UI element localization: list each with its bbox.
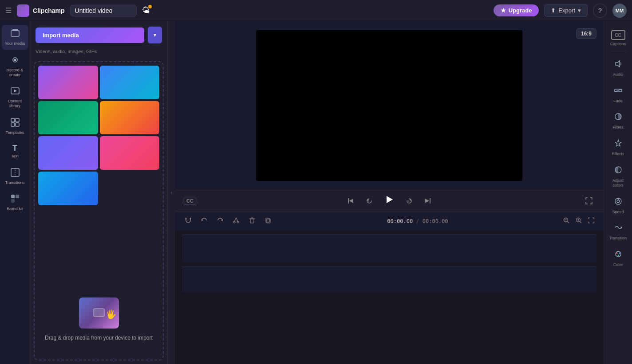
app-logo[interactable]: Clipchamp [17, 4, 65, 17]
left-sidebar: Your media Record & create Content libra… [0, 21, 30, 364]
captions-button[interactable]: CC [184, 197, 196, 205]
export-button[interactable]: ⬆ Export ▾ [544, 4, 588, 17]
help-icon: ? [598, 7, 602, 14]
svg-rect-1 [12, 29, 18, 31]
timeline-area[interactable] [175, 231, 604, 364]
right-tool-speed[interactable]: Speed [605, 193, 631, 218]
media-thumbnail[interactable] [38, 101, 98, 135]
svg-point-57 [619, 253, 620, 254]
audio-icon [614, 59, 623, 70]
right-tool-filters[interactable]: Filters [605, 109, 631, 133]
right-sidebar-divider [610, 53, 626, 53]
magnet-tool-button[interactable] [182, 215, 194, 227]
media-thumbnail[interactable] [100, 136, 160, 170]
templates-label: Templates [6, 130, 24, 135]
menu-icon[interactable]: ☰ [5, 6, 12, 15]
skip-to-end-button[interactable] [422, 195, 434, 207]
video-title-input[interactable] [70, 5, 137, 16]
forward-5-button[interactable]: 5 [403, 195, 415, 207]
your-media-label: Your media [5, 41, 25, 46]
aspect-ratio-badge[interactable]: 16:9 [576, 28, 596, 39]
total-time: 00:00.00 [423, 218, 448, 224]
zoom-out-button[interactable] [561, 215, 572, 227]
svg-line-33 [236, 218, 238, 222]
color-icon [614, 250, 623, 261]
media-thumbnail[interactable] [100, 66, 160, 99]
transition-icon [614, 223, 623, 234]
help-button[interactable]: ? [593, 4, 607, 18]
svg-rect-6 [11, 118, 15, 122]
sidebar-item-transitions[interactable]: Transitions [2, 164, 28, 189]
play-button[interactable] [382, 192, 396, 209]
redo-button[interactable] [214, 215, 226, 227]
weather-widget[interactable]: 🌤 [142, 6, 150, 15]
avatar-button[interactable]: MM [612, 4, 627, 18]
right-tool-color[interactable]: Color [605, 246, 631, 271]
right-tool-audio[interactable]: Audio [605, 56, 631, 81]
right-tool-transition[interactable]: Transition [605, 219, 631, 244]
sidebar-item-record[interactable]: Record & create [2, 51, 28, 81]
svg-line-43 [580, 222, 582, 223]
app-name: Clipchamp [33, 7, 65, 14]
svg-rect-7 [16, 118, 19, 122]
undo-button[interactable] [198, 215, 210, 227]
right-tool-captions[interactable]: CC Captions [605, 27, 631, 50]
svg-rect-17 [348, 198, 349, 204]
svg-point-52 [617, 200, 620, 203]
cut-button[interactable] [230, 215, 242, 227]
svg-point-58 [617, 255, 619, 256]
export-chevron-icon: ▾ [578, 7, 581, 14]
media-thumbnail[interactable] [38, 136, 98, 170]
export-arrow-icon: ⬆ [551, 7, 556, 14]
media-grid-container[interactable]: Drag & drop media from your device to im… [30, 58, 167, 364]
timeline-track-lower[interactable] [182, 266, 596, 293]
sidebar-item-text[interactable]: T Text [2, 141, 28, 162]
right-tool-effects[interactable]: Effects [605, 135, 631, 160]
zoom-expand-button[interactable] [586, 215, 596, 227]
text-label: Text [11, 154, 19, 159]
upgrade-button[interactable]: ★ Upgrade [494, 4, 539, 16]
svg-text:5: 5 [408, 200, 409, 203]
svg-rect-9 [16, 123, 19, 126]
filters-icon [614, 112, 623, 123]
right-tool-fade[interactable]: Fade [605, 82, 631, 107]
collapse-icon: ‹ [171, 190, 172, 195]
svg-rect-13 [16, 195, 19, 198]
import-chevron-button[interactable]: ▾ [148, 27, 162, 43]
media-grid [35, 62, 163, 209]
fullscreen-button[interactable] [583, 195, 595, 207]
sidebar-item-content-library[interactable]: Content library [2, 82, 28, 112]
timeline-track-main[interactable] [182, 234, 596, 262]
svg-marker-21 [387, 196, 393, 203]
media-types-label: Videos, audio, images, GIFs [30, 49, 167, 58]
svg-line-32 [234, 218, 236, 222]
drop-area[interactable]: Drag & drop media from your device to im… [35, 209, 163, 360]
panel-collapse-button[interactable]: ‹ [168, 21, 175, 364]
zoom-fit-button[interactable] [573, 215, 584, 227]
audio-label: Audio [613, 72, 623, 77]
upgrade-label: Upgrade [509, 7, 532, 14]
back-5-button[interactable]: 5 [363, 195, 375, 207]
transitions-icon [10, 168, 20, 179]
skip-to-start-button[interactable] [345, 195, 356, 207]
captions-label: Captions [610, 42, 626, 47]
media-thumbnail[interactable] [100, 101, 160, 135]
drop-zone[interactable]: Drag & drop media from your device to im… [34, 61, 164, 360]
media-thumbnail[interactable] [38, 66, 98, 99]
right-tool-adjust-colors[interactable]: Adjust colors [605, 162, 631, 192]
svg-marker-5 [14, 90, 17, 92]
adjust-colors-icon [614, 165, 623, 176]
sidebar-item-your-media[interactable]: Your media [2, 25, 28, 50]
current-time: 00:00.00 [387, 218, 413, 224]
copy-to-timeline-button[interactable] [262, 215, 274, 227]
delete-button[interactable] [246, 215, 258, 227]
sidebar-item-brand-kit[interactable]: Brand kit [2, 190, 28, 215]
text-icon: T [12, 144, 17, 152]
media-thumbnail[interactable] [38, 172, 98, 205]
sidebar-item-templates[interactable]: Templates [2, 114, 28, 139]
import-media-button[interactable]: Import media [36, 27, 144, 43]
upgrade-star-icon: ★ [501, 7, 506, 14]
record-label: Record & create [4, 68, 26, 78]
effects-icon [614, 139, 623, 150]
avatar-initials: MM [616, 8, 624, 13]
